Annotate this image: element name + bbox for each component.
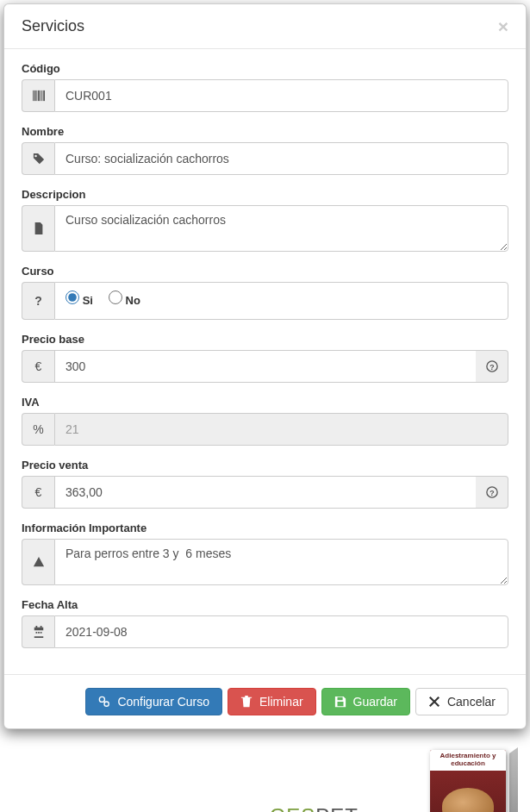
modal-body: Código Nombre Descripcion bbox=[4, 49, 526, 674]
curso-si-radio[interactable] bbox=[65, 290, 79, 304]
tag-icon bbox=[22, 142, 54, 175]
svg-text:?: ? bbox=[489, 363, 494, 372]
gears-icon bbox=[98, 696, 110, 708]
svg-rect-3 bbox=[38, 91, 40, 101]
fecha-alta-label: Fecha Alta bbox=[22, 598, 508, 611]
codigo-input[interactable] bbox=[54, 79, 508, 112]
euro-icon-2: € bbox=[22, 476, 54, 509]
iva-label: IVA bbox=[22, 396, 508, 409]
curso-no-option[interactable]: No bbox=[109, 290, 140, 307]
save-icon bbox=[334, 696, 346, 708]
precio-base-input[interactable] bbox=[54, 350, 476, 383]
codigo-label: Código bbox=[22, 62, 508, 75]
svg-rect-1 bbox=[34, 91, 35, 101]
svg-rect-5 bbox=[41, 91, 42, 101]
descripcion-input[interactable]: Curso socialización cachorros bbox=[54, 205, 508, 252]
close-button[interactable]: × bbox=[498, 17, 508, 35]
curso-si-option[interactable]: Si bbox=[65, 290, 93, 307]
calendar-icon bbox=[22, 615, 54, 648]
curso-si-label: Si bbox=[83, 294, 93, 307]
trash-icon bbox=[240, 696, 253, 708]
svg-rect-0 bbox=[33, 91, 34, 101]
info-label: Información Importante bbox=[22, 522, 508, 534]
precio-venta-label: Precio venta bbox=[22, 459, 508, 472]
iva-input bbox=[54, 413, 508, 446]
brand-logo: GESPET.com SOFTWARE DE GESTIÓN DE MASCOT… bbox=[263, 804, 411, 812]
question-icon: ? bbox=[22, 282, 54, 320]
curso-no-label: No bbox=[126, 294, 140, 307]
curso-no-radio[interactable] bbox=[109, 290, 122, 304]
modal-footer: Configurar Curso Eliminar Guardar Cancel… bbox=[4, 674, 526, 728]
curso-radio-group: Si No bbox=[54, 282, 508, 320]
precio-venta-input[interactable] bbox=[54, 476, 476, 509]
eliminar-button[interactable]: Eliminar bbox=[228, 688, 316, 715]
svg-point-11 bbox=[100, 696, 105, 702]
svg-rect-2 bbox=[36, 91, 37, 101]
svg-text:?: ? bbox=[489, 489, 494, 497]
descripcion-label: Descripcion bbox=[22, 188, 508, 201]
euro-icon: € bbox=[22, 350, 54, 383]
precio-venta-help-icon[interactable]: ? bbox=[476, 476, 508, 509]
service-modal: Servicios × Código Nombre bbox=[3, 3, 527, 729]
warning-icon bbox=[22, 539, 54, 585]
nombre-input[interactable] bbox=[54, 142, 508, 175]
svg-rect-4 bbox=[40, 91, 41, 101]
cancelar-button[interactable]: Cancelar bbox=[415, 688, 508, 715]
guardar-button[interactable]: Guardar bbox=[321, 688, 410, 715]
svg-rect-6 bbox=[43, 91, 45, 101]
info-input[interactable]: Para perros entre 3 y 6 meses bbox=[54, 539, 508, 585]
fecha-alta-input[interactable] bbox=[54, 615, 508, 648]
percent-icon: % bbox=[22, 413, 54, 446]
x-icon bbox=[428, 696, 440, 708]
modal-header: Servicios × bbox=[4, 4, 526, 49]
nombre-label: Nombre bbox=[22, 125, 508, 138]
document-icon bbox=[22, 205, 54, 252]
configurar-curso-button[interactable]: Configurar Curso bbox=[85, 688, 222, 715]
footer-brand: GESPET.com SOFTWARE DE GESTIÓN DE MASCOT… bbox=[0, 733, 530, 812]
modal-title: Servicios bbox=[22, 17, 84, 35]
svg-point-12 bbox=[104, 702, 109, 706]
barcode-icon bbox=[22, 79, 54, 112]
precio-base-label: Precio base bbox=[22, 333, 508, 346]
curso-label: Curso bbox=[22, 265, 508, 278]
precio-base-help-icon[interactable]: ? bbox=[476, 350, 508, 383]
product-box: Adiestramiento y educación GESPET bbox=[430, 750, 513, 812]
